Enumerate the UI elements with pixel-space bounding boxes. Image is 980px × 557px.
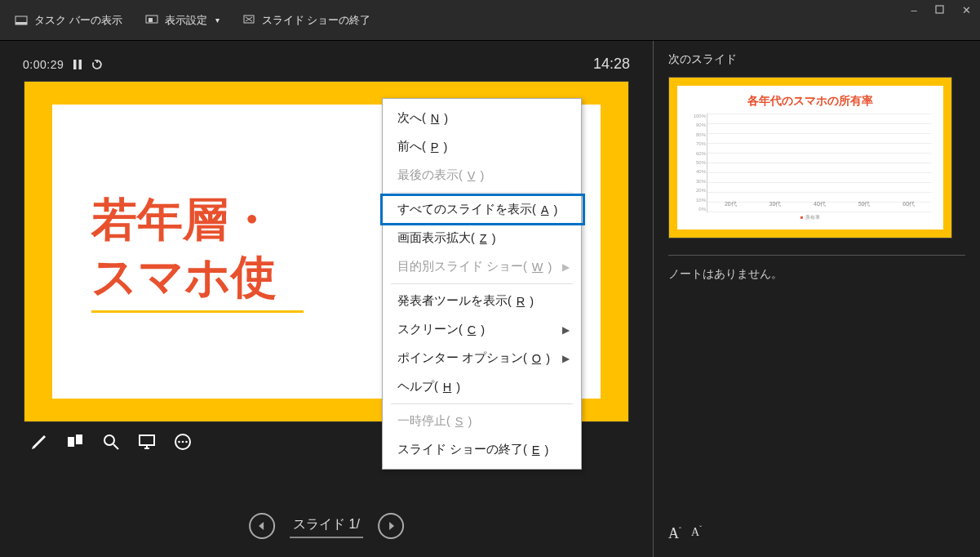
ctx-presenter-view[interactable]: 発表者ツールを表示(R) bbox=[383, 287, 581, 315]
svg-point-18 bbox=[178, 441, 180, 443]
show-taskbar-label: タスク バーの表示 bbox=[34, 13, 122, 28]
ctx-custom-show: 目的別スライド ショー(W)▶ bbox=[383, 252, 581, 281]
top-toolbar: タスク バーの表示 表示設定 ▾ スライド ショーの終了 bbox=[0, 0, 980, 41]
notes-area[interactable]: ノートはありません。 bbox=[668, 255, 965, 520]
next-slide-button[interactable] bbox=[378, 513, 404, 539]
app-window: – ✕ タスク バーの表示 表示設定 ▾ スライド ショーの終了 bbox=[0, 0, 980, 557]
notes-placeholder: ノートはありません。 bbox=[668, 267, 783, 280]
ctx-separator bbox=[391, 403, 573, 404]
bar-chart: 100%90%80%70%60%50%40%30%20%10%0% 20代30代… bbox=[707, 114, 932, 212]
context-menu: 次へ(N) 前へ(P) 最後の表示(V) すべてのスライドを表示(A) 画面表示… bbox=[382, 98, 582, 470]
presenter-right-pane: 次のスライド 各年代のスマホの所有率 100%90%80%70%60%50%40… bbox=[653, 41, 980, 557]
svg-rect-0 bbox=[936, 6, 943, 13]
prev-slide-button[interactable] bbox=[249, 513, 275, 539]
svg-point-19 bbox=[182, 441, 184, 443]
notes-font-controls: Aˆ Aˇ bbox=[668, 520, 965, 547]
chart-bar: 50代 bbox=[849, 197, 880, 208]
display-settings-button[interactable]: 表示設定 ▾ bbox=[145, 13, 220, 28]
ctx-pointer-options[interactable]: ポインター オプション(O)▶ bbox=[383, 344, 581, 372]
svg-marker-22 bbox=[389, 522, 394, 530]
slide-navigator: スライド 1/ bbox=[249, 513, 404, 539]
slide-counter[interactable]: スライド 1/ bbox=[290, 515, 363, 538]
zoom-button[interactable] bbox=[100, 430, 122, 453]
display-settings-icon bbox=[145, 14, 158, 27]
taskbar-icon bbox=[15, 14, 28, 27]
svg-rect-9 bbox=[79, 60, 82, 69]
elapsed-time: 0:00:29 bbox=[23, 58, 64, 71]
ctx-next[interactable]: 次へ(N) bbox=[383, 104, 581, 132]
increase-font-button[interactable]: Aˆ bbox=[668, 525, 681, 542]
chart-bar: 40代 bbox=[805, 197, 835, 208]
black-screen-button[interactable] bbox=[135, 430, 158, 453]
next-slide-content: 各年代のスマホの所有率 100%90%80%70%60%50%40%30%20%… bbox=[677, 86, 943, 229]
minimize-button[interactable]: – bbox=[908, 4, 920, 16]
end-slideshow-icon bbox=[242, 14, 255, 27]
close-button[interactable]: ✕ bbox=[960, 4, 972, 16]
ctx-separator bbox=[391, 192, 573, 193]
more-options-button[interactable] bbox=[171, 430, 194, 453]
ctx-last-viewed: 最後の表示(V) bbox=[383, 161, 581, 189]
chart-legend: 所有率 bbox=[689, 214, 932, 221]
reset-timer-button[interactable] bbox=[91, 59, 103, 70]
submenu-arrow-icon: ▶ bbox=[562, 261, 570, 273]
ctx-screen[interactable]: スクリーン(C)▶ bbox=[383, 315, 581, 344]
ctx-separator bbox=[391, 283, 573, 284]
svg-line-13 bbox=[113, 444, 118, 449]
next-slide-title: 各年代のスマホの所有率 bbox=[689, 94, 932, 109]
submenu-arrow-icon: ▶ bbox=[562, 353, 570, 364]
svg-rect-11 bbox=[76, 434, 82, 444]
chevron-down-icon: ▾ bbox=[215, 16, 220, 25]
restore-button[interactable] bbox=[934, 4, 946, 16]
ctx-zoom[interactable]: 画面表示拡大(Z) bbox=[383, 224, 581, 252]
ctx-show-all-slides[interactable]: すべてのスライドを表示(A) bbox=[383, 195, 581, 224]
ctx-end-show[interactable]: スライド ショーの終了(E) bbox=[383, 435, 581, 464]
next-slide-preview[interactable]: 各年代のスマホの所有率 100%90%80%70%60%50%40%30%20%… bbox=[668, 77, 952, 238]
pen-button[interactable] bbox=[28, 430, 51, 453]
pause-timer-button[interactable] bbox=[72, 59, 83, 70]
svg-rect-4 bbox=[149, 18, 153, 22]
ctx-pause: 一時停止(S) bbox=[383, 407, 581, 435]
display-settings-label: 表示設定 bbox=[165, 13, 207, 28]
svg-point-20 bbox=[185, 441, 188, 443]
svg-rect-14 bbox=[140, 435, 154, 445]
timer-row: 0:00:29 14:28 bbox=[23, 56, 630, 73]
chart-bar: 60代 bbox=[894, 197, 924, 208]
next-slide-heading: 次のスライド bbox=[668, 52, 965, 67]
svg-rect-2 bbox=[16, 22, 27, 25]
see-all-slides-button[interactable] bbox=[64, 430, 86, 453]
svg-point-12 bbox=[104, 435, 114, 445]
slide-counter-label: スライド 1/ bbox=[293, 517, 360, 531]
window-controls: – ✕ bbox=[908, 4, 972, 16]
decrease-font-button[interactable]: Aˇ bbox=[691, 525, 702, 542]
svg-marker-21 bbox=[259, 522, 264, 530]
show-taskbar-button[interactable]: タスク バーの表示 bbox=[15, 13, 122, 28]
chart-bar: 30代 bbox=[760, 197, 791, 208]
ctx-prev[interactable]: 前へ(P) bbox=[383, 132, 581, 161]
svg-rect-8 bbox=[73, 60, 77, 69]
ctx-help[interactable]: ヘルプ(H) bbox=[383, 372, 581, 401]
svg-rect-10 bbox=[68, 437, 74, 447]
title-underline bbox=[91, 310, 304, 313]
submenu-arrow-icon: ▶ bbox=[562, 324, 570, 336]
end-slideshow-button[interactable]: スライド ショーの終了 bbox=[242, 13, 371, 28]
chart-bar: 20代 bbox=[716, 197, 746, 208]
wall-clock: 14:28 bbox=[593, 56, 630, 73]
end-slideshow-label: スライド ショーの終了 bbox=[262, 13, 371, 28]
chart-y-axis-ticks: 100%90%80%70%60%50%40%30%20%10%0% bbox=[690, 114, 706, 212]
